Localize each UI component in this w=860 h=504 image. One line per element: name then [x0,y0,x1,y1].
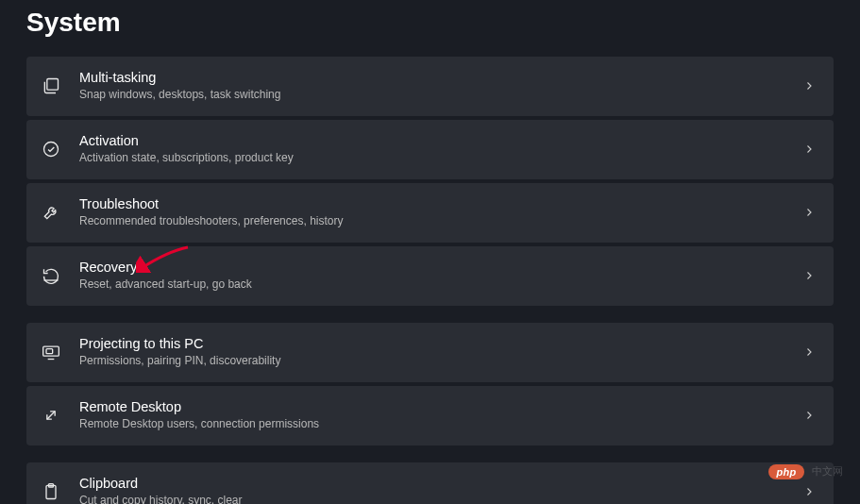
svg-rect-0 [47,79,59,91]
page-title: System [26,8,834,38]
chevron-right-icon [801,80,817,92]
svg-rect-3 [46,349,53,354]
remote-desktop-icon [42,406,60,425]
item-title: Multi-tasking [79,70,801,86]
multitasking-icon [42,76,60,95]
settings-item-troubleshoot[interactable]: Troubleshoot Recommended troubleshooters… [26,183,834,243]
clipboard-icon [42,482,60,501]
chevron-right-icon [801,270,817,281]
item-subtitle: Permissions, pairing PIN, discoverabilit… [79,354,801,369]
item-subtitle: Snap windows, desktops, task switching [79,88,801,103]
settings-item-recovery[interactable]: Recovery Reset, advanced start-up, go ba… [26,246,834,306]
item-subtitle: Remote Desktop users, connection permiss… [79,417,801,432]
settings-item-activation[interactable]: Activation Activation state, subscriptio… [26,120,834,179]
chevron-right-icon [801,346,817,358]
item-title: Projecting to this PC [79,336,801,352]
item-subtitle: Cut and copy history, sync, clear [79,494,801,504]
item-title: Activation [79,133,801,149]
svg-point-1 [44,143,59,157]
chevron-right-icon [801,143,817,155]
settings-item-projecting[interactable]: Projecting to this PC Permissions, pairi… [26,323,834,382]
settings-item-multitasking[interactable]: Multi-tasking Snap windows, desktops, ta… [26,57,834,116]
chevron-right-icon [801,486,817,497]
svg-rect-2 [43,347,59,357]
troubleshoot-icon [42,203,60,222]
recovery-icon [42,266,60,285]
settings-item-clipboard[interactable]: Clipboard Cut and copy history, sync, cl… [26,462,834,504]
settings-list: Multi-tasking Snap windows, desktops, ta… [26,57,834,504]
projecting-icon [42,343,60,361]
item-title: Clipboard [79,476,801,492]
item-subtitle: Activation state, subscriptions, product… [79,151,801,166]
item-subtitle: Recommended troubleshooters, preferences… [79,214,801,229]
chevron-right-icon [801,410,817,421]
chevron-right-icon [801,207,817,218]
activation-icon [42,140,60,159]
item-title: Troubleshoot [79,196,801,212]
item-subtitle: Reset, advanced start-up, go back [79,277,801,293]
item-title: Recovery [79,260,801,276]
item-title: Remote Desktop [79,399,801,415]
settings-item-remote-desktop[interactable]: Remote Desktop Remote Desktop users, con… [26,386,834,445]
